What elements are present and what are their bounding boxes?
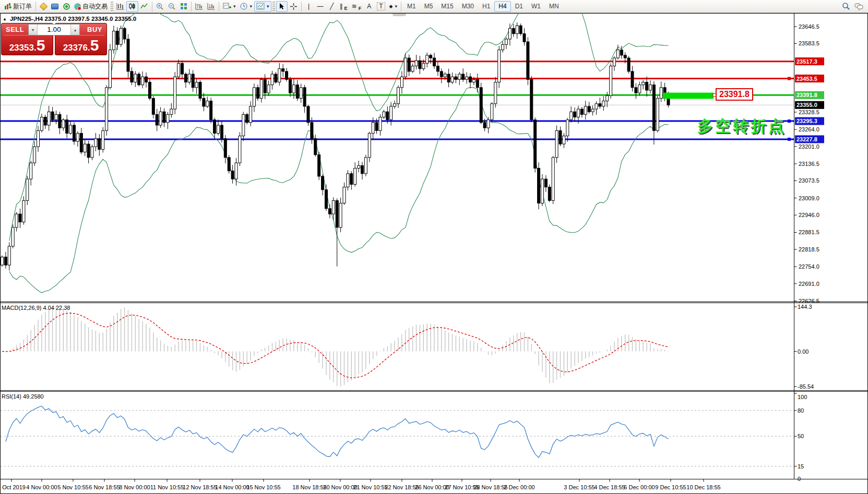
candle-body (584, 106, 587, 114)
zoom-out-button[interactable] (166, 1, 178, 12)
line-chart-button[interactable] (138, 1, 150, 12)
new-order-button[interactable]: 新订单 (2, 1, 34, 12)
axis-tick-label[interactable]: 22818.5 (799, 246, 819, 252)
auto-trading-button[interactable]: 自动交易 (72, 1, 110, 12)
date-label[interactable]: 6 Nov 18:55 (89, 484, 120, 490)
macd-axis-label[interactable]: 0.00 (798, 348, 808, 355)
volume-decrease-button[interactable]: ▾ (29, 25, 38, 35)
date-label[interactable]: 26 Nov 00:00 (415, 484, 449, 490)
fibonacci-tool[interactable]: ≋F (350, 1, 364, 12)
timeframe-h1[interactable]: H1 (478, 1, 494, 12)
timeframe-m1[interactable]: M1 (403, 1, 420, 12)
date-label[interactable]: 5 Nov 10:55 (57, 484, 88, 490)
date-label[interactable]: 2 Dec 00:00 (504, 484, 534, 490)
indicator-window-down-button[interactable] (205, 1, 217, 12)
channel-tool[interactable]: ∥E (338, 1, 350, 12)
candle-body (4, 257, 7, 265)
rsi-axis-label[interactable]: 100 (798, 394, 807, 400)
indicator-window-up-button[interactable] (193, 1, 205, 12)
date-label[interactable]: 9 Dec 10:55 (655, 484, 686, 490)
window-splitter-handle[interactable] (393, 14, 406, 16)
axis-tick-label[interactable]: 23073.5 (799, 177, 819, 184)
date-label[interactable]: 22 Nov 18:55 (385, 484, 419, 490)
date-label[interactable]: 21 Nov 10:55 (353, 484, 387, 490)
cursor-tool-button[interactable] (276, 1, 288, 12)
candle-body (620, 50, 623, 55)
add-indicator-button[interactable]: ▾ (221, 1, 238, 12)
volume-value[interactable]: 1.00 (38, 25, 70, 35)
rsi-axis-label[interactable]: 0 (798, 476, 801, 482)
terminal-button[interactable] (49, 1, 61, 12)
volume-control: ▾ 1.00 ▴ (28, 24, 80, 35)
highlight-rectangle[interactable] (663, 93, 714, 99)
rsi-axis-label[interactable]: 50 (798, 433, 804, 439)
chinese-annotation[interactable]: 多空转折点 (697, 116, 786, 137)
timeframe-m5[interactable]: M5 (420, 1, 437, 12)
shapes-tool[interactable]: ◆▾ (387, 1, 399, 12)
candle-body (440, 71, 443, 77)
line-handle[interactable] (788, 138, 791, 141)
tile-windows-button[interactable] (178, 1, 189, 12)
zoom-in-icon (156, 3, 164, 10)
trendline-tool[interactable]: ╱ (326, 1, 338, 12)
date-label[interactable]: 10 Dec 18:55 (686, 484, 720, 490)
date-label[interactable]: 11 Nov 10:55 (150, 484, 184, 490)
zoom-in-button[interactable] (154, 1, 166, 12)
date-label[interactable]: 12 Nov 18:55 (183, 484, 217, 490)
candle-body (87, 144, 90, 158)
macd-axis-label[interactable]: -85.54 (798, 383, 814, 390)
axis-tick-label[interactable]: 22881.5 (799, 229, 819, 235)
date-label[interactable]: 15 Nov 10:55 (246, 484, 280, 490)
line-handle[interactable] (788, 77, 791, 80)
price-callout-label[interactable]: 23391.8 (716, 88, 753, 101)
macd-axis-label[interactable]: 144.3 (798, 304, 812, 310)
timeframe-d1[interactable]: D1 (511, 1, 527, 12)
bar-chart-button[interactable] (114, 1, 126, 12)
timeframe-m15[interactable]: M15 (437, 1, 457, 12)
period-button[interactable]: ▾ (238, 1, 255, 12)
date-label[interactable]: 14 Nov 00:00 (215, 484, 249, 490)
text-tool[interactable]: A (363, 1, 375, 12)
volume-increase-button[interactable]: ▴ (70, 25, 79, 35)
axis-tick-label[interactable]: 23583.5 (799, 40, 819, 46)
crosshair-tool-button[interactable] (288, 1, 300, 12)
axis-tick-label[interactable]: 23201.0 (799, 143, 819, 150)
search-button[interactable] (840, 1, 852, 12)
market-watch-button[interactable] (38, 1, 49, 12)
date-label[interactable]: 20 Nov 00:00 (323, 484, 357, 490)
axis-tick-label[interactable]: 22691.0 (799, 281, 819, 287)
date-label[interactable]: 6 Dec 00:00 (624, 484, 655, 490)
template-button[interactable]: ▾ (254, 1, 271, 12)
date-label[interactable]: 4 Dec 18:55 (594, 484, 625, 490)
axis-tick-label[interactable]: 22946.0 (799, 212, 819, 218)
candle-body (502, 44, 504, 50)
rsi-axis-label[interactable]: 80 (798, 407, 804, 414)
axis-tick-label[interactable]: 23136.5 (799, 161, 819, 167)
axis-tick-label[interactable]: 23009.0 (799, 195, 819, 201)
timeframe-w1[interactable]: W1 (527, 1, 545, 12)
date-label[interactable]: 1 Oct 2019 (0, 484, 26, 490)
timeframe-h4[interactable]: H4 (494, 1, 510, 12)
collapse-icon[interactable]: ▲ (3, 17, 7, 21)
rsi-axis-label[interactable]: 15 (798, 463, 804, 469)
line-handle[interactable] (788, 119, 791, 123)
axis-tick-label[interactable]: 23328.5 (799, 109, 819, 115)
date-label[interactable]: 3 Dec 10:55 (564, 484, 594, 490)
axis-tick-label[interactable]: 23646.5 (799, 23, 819, 30)
signals-button[interactable] (61, 1, 72, 12)
axis-tick-label[interactable]: 23264.0 (799, 126, 819, 132)
date-label[interactable]: 28 Nov 18:55 (473, 484, 507, 490)
timeframe-m30[interactable]: M30 (458, 1, 478, 12)
candle-body (51, 112, 54, 119)
text-label-tool[interactable]: T (375, 1, 387, 12)
chat-button[interactable] (852, 1, 866, 12)
date-label[interactable]: 18 Nov 18:55 (292, 484, 326, 490)
chart-canvas[interactable]: 23646.523583.523328.523264.023201.023136… (0, 0, 868, 494)
date-label[interactable]: 8 Nov 00:00 (119, 484, 150, 490)
horizontal-line-tool[interactable]: — (315, 1, 326, 12)
axis-tick-label[interactable]: 22754.0 (799, 263, 819, 270)
date-label[interactable]: 4 Nov 00:00 (26, 484, 57, 490)
vertical-line-tool[interactable]: | (303, 1, 315, 12)
candlestick-chart-button[interactable] (126, 1, 138, 12)
timeframe-mn[interactable]: MN (545, 1, 563, 12)
